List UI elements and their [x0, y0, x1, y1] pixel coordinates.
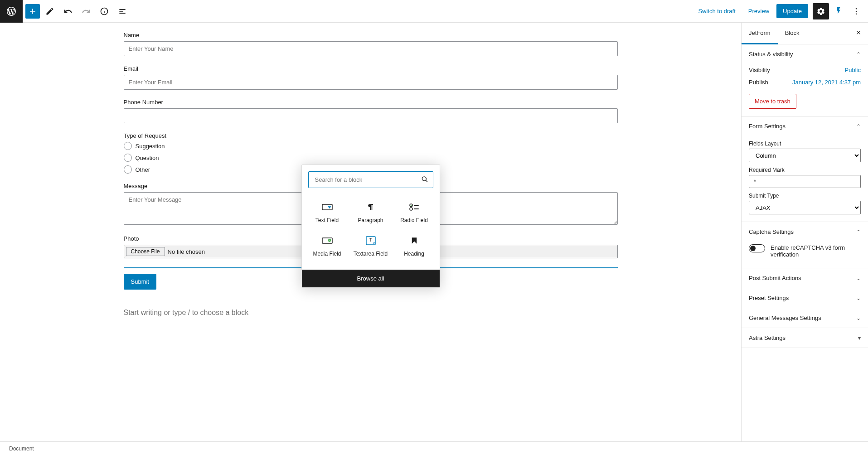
svg-rect-13	[414, 208, 419, 209]
request-type-label: Type of Request	[124, 132, 618, 139]
wordpress-logo[interactable]	[0, 0, 23, 23]
block-placeholder-text[interactable]: Start writing or type / to choose a bloc…	[124, 304, 618, 321]
submit-type-select[interactable]: AJAX	[749, 201, 861, 214]
add-block-button[interactable]	[25, 4, 40, 19]
block-radio-field[interactable]: Radio Field	[393, 196, 436, 230]
undo-button[interactable]	[60, 3, 76, 19]
email-input[interactable]	[124, 75, 618, 90]
block-search-input[interactable]	[308, 171, 433, 188]
phone-input[interactable]	[124, 108, 618, 123]
svg-rect-11	[414, 205, 419, 206]
panel-status-visibility: Status & visibility ⌃ Visibility Public …	[742, 44, 868, 116]
panel-title: Status & visibility	[749, 51, 793, 58]
choose-file-button[interactable]: Choose File	[126, 247, 165, 256]
name-label: Name	[124, 32, 618, 39]
radio-field-icon	[409, 202, 420, 213]
radio-label: Other	[136, 166, 150, 173]
outline-button[interactable]	[114, 3, 131, 19]
pencil-icon	[45, 7, 54, 16]
redo-icon	[82, 7, 91, 16]
more-menu-button[interactable]	[848, 3, 864, 19]
block-text-field[interactable]: Text Field	[305, 196, 349, 230]
settings-button[interactable]	[813, 3, 829, 19]
main-area: Name Email Phone Number Type of Request …	[0, 23, 868, 441]
panel-astra: Astra Settings ▾	[742, 328, 868, 348]
triangle-down-icon: ▾	[858, 335, 861, 341]
submit-button[interactable]: Submit	[124, 274, 156, 290]
plus-icon	[28, 7, 37, 16]
update-button[interactable]: Update	[776, 4, 808, 18]
edit-button[interactable]	[42, 3, 58, 19]
radio-option-question[interactable]: Question	[124, 154, 618, 162]
email-field: Email	[124, 65, 618, 90]
name-input[interactable]	[124, 41, 618, 56]
svg-point-3	[856, 8, 857, 9]
panel-post-submit-header[interactable]: Post Submit Actions ⌄	[742, 268, 868, 288]
file-status-text: No file chosen	[168, 248, 205, 255]
sidebar-tabs: JetForm Block	[742, 23, 868, 44]
panel-preset-header[interactable]: Preset Settings ⌄	[742, 288, 868, 308]
ellipsis-vertical-icon	[852, 7, 861, 16]
chevron-up-icon: ⌃	[856, 229, 861, 235]
block-paragraph[interactable]: Paragraph	[349, 196, 393, 230]
toggle-knob	[750, 246, 756, 251]
radio-icon	[124, 154, 132, 162]
radio-icon	[124, 142, 132, 150]
block-label: Media Field	[313, 251, 341, 257]
panel-captcha-header[interactable]: Captcha Settings ⌃	[742, 222, 868, 242]
panel-title: Preset Settings	[749, 295, 789, 301]
panel-title: Captcha Settings	[749, 228, 794, 235]
publish-value[interactable]: January 12, 2021 4:37 pm	[792, 79, 861, 86]
lightning-icon	[834, 6, 843, 15]
wordpress-icon	[6, 6, 17, 17]
radio-icon	[124, 165, 132, 174]
block-media-field[interactable]: Media Field	[305, 230, 349, 263]
outline-icon	[118, 7, 127, 16]
radio-label: Question	[136, 155, 159, 161]
block-heading[interactable]: Heading	[393, 230, 436, 263]
required-mark-input[interactable]	[749, 175, 861, 188]
redo-button[interactable]	[78, 3, 94, 19]
radio-label: Suggestion	[136, 143, 165, 150]
browse-all-button[interactable]: Browse all	[302, 270, 440, 287]
panel-general-messages-header[interactable]: General Messages Settings ⌄	[742, 308, 868, 328]
breadcrumb-text[interactable]: Document	[9, 445, 34, 452]
recaptcha-label: Enable reCAPTCHA v3 form verification	[771, 244, 861, 258]
search-icon	[421, 175, 429, 184]
tab-jetform[interactable]: JetForm	[742, 23, 778, 44]
phone-field: Phone Number	[124, 99, 618, 123]
block-label: Textarea Field	[354, 251, 388, 257]
panel-status-header[interactable]: Status & visibility ⌃	[742, 44, 868, 64]
panel-title: Astra Settings	[749, 334, 786, 341]
chevron-down-icon: ⌄	[856, 295, 861, 301]
editor-canvas: Name Email Phone Number Type of Request …	[0, 23, 741, 441]
fields-layout-label: Fields Layout	[749, 140, 861, 147]
close-sidebar-button[interactable]	[849, 29, 868, 38]
required-mark-label: Required Mark	[749, 167, 861, 173]
panel-form-settings-header[interactable]: Form Settings ⌃	[742, 116, 868, 136]
chevron-down-icon: ⌄	[856, 315, 861, 321]
info-button[interactable]	[96, 3, 112, 19]
gear-icon	[816, 7, 825, 16]
block-textarea-field[interactable]: T Textarea Field	[349, 230, 393, 263]
radio-option-suggestion[interactable]: Suggestion	[124, 142, 618, 150]
panel-preset: Preset Settings ⌄	[742, 288, 868, 308]
preview-link[interactable]: Preview	[743, 8, 775, 15]
fields-layout-select[interactable]: Column	[749, 149, 861, 162]
recaptcha-toggle[interactable]	[749, 244, 765, 252]
svg-point-4	[856, 10, 857, 12]
panel-astra-header[interactable]: Astra Settings ▾	[742, 328, 868, 348]
switch-to-draft-link[interactable]: Switch to draft	[693, 8, 741, 15]
top-toolbar: Switch to draft Preview Update	[0, 0, 868, 23]
svg-line-7	[426, 180, 427, 182]
media-field-icon	[322, 235, 333, 246]
jetform-button[interactable]	[831, 6, 846, 16]
panel-title: General Messages Settings	[749, 315, 821, 321]
panel-post-submit: Post Submit Actions ⌄	[742, 268, 868, 288]
text-field-icon	[322, 202, 333, 213]
tab-block[interactable]: Block	[778, 23, 807, 44]
move-to-trash-button[interactable]: Move to trash	[749, 94, 796, 109]
panel-title: Post Submit Actions	[749, 275, 801, 281]
visibility-value[interactable]: Public	[845, 67, 861, 73]
block-label: Heading	[404, 251, 424, 257]
